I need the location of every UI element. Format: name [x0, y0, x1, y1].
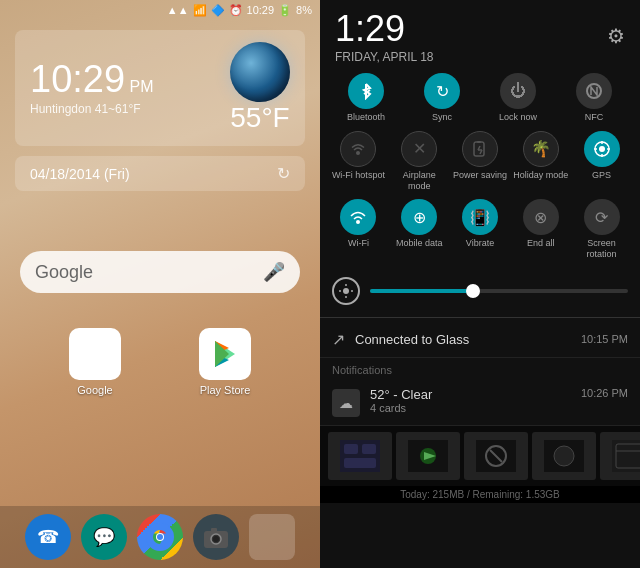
notification-header: 1:29 FRIDAY, APRIL 18 ⚙ [320, 0, 640, 68]
planet-image [230, 42, 290, 102]
mic-icon[interactable]: 🎤 [263, 261, 285, 283]
toggle-wifi[interactable]: Wi-Fi [330, 199, 386, 260]
thumbnail-2[interactable] [396, 432, 460, 480]
date-text: 04/18/2014 (Fri) [30, 166, 130, 182]
wifi-hotspot-label: Wi-Fi hotspot [332, 170, 385, 181]
alarm-icon: ⏰ [229, 4, 243, 17]
storage-info: Today: 215MB / Remaining: 1.53GB [320, 486, 640, 503]
powersaving-icon [462, 131, 498, 167]
toggle-row-1: Bluetooth ↻ Sync ⏻ Lock now NFC [328, 73, 632, 123]
locknow-icon: ⏻ [500, 73, 536, 109]
thumbnail-4[interactable] [532, 432, 596, 480]
airplane-icon: ✕ [401, 131, 437, 167]
toggle-holiday[interactable]: 🌴 Holiday mode [513, 131, 569, 192]
screenrotation-label: Screen rotation [574, 238, 630, 260]
bluetooth-icon [348, 73, 384, 109]
brightness-thumb [466, 284, 480, 298]
mobiledata-label: Mobile data [396, 238, 443, 249]
mobiledata-icon: ⊕ [401, 199, 437, 235]
connection-notification: ↗ Connected to Glass 10:15 PM [320, 322, 640, 358]
dock-apps[interactable] [249, 514, 295, 560]
svg-rect-28 [344, 444, 358, 454]
toggle-screenrotation[interactable]: ⟳ Screen rotation [574, 199, 630, 260]
notifications-label: Notifications [320, 358, 640, 379]
notification-weather[interactable]: ☁ 52° - Clear 4 cards 10:26 PM [320, 379, 640, 426]
toggle-locknow[interactable]: ⏻ Lock now [490, 73, 546, 123]
toggle-bluetooth[interactable]: Bluetooth [338, 73, 394, 123]
gps-icon [584, 131, 620, 167]
dock-bar: ☎ 💬 [0, 506, 320, 568]
dock-phone[interactable]: ☎ [25, 514, 71, 560]
wifi-icon [340, 199, 376, 235]
signal-icon: ▲▲ [167, 4, 189, 16]
dock-chrome[interactable] [137, 514, 183, 560]
toggle-nfc[interactable]: NFC [566, 73, 622, 123]
toggle-endall[interactable]: ⊗ End all [513, 199, 569, 260]
playstore-label: Play Store [200, 384, 251, 396]
sync-icon: ↻ [424, 73, 460, 109]
notif-date: FRIDAY, APRIL 18 [335, 50, 434, 64]
toggle-gps[interactable]: GPS [574, 131, 630, 192]
svg-point-15 [599, 146, 605, 152]
brightness-row [320, 273, 640, 313]
temperature: 55°F [230, 102, 289, 134]
google-icon-box [69, 328, 121, 380]
playstore-icon-box [199, 328, 251, 380]
quick-toggles: Bluetooth ↻ Sync ⏻ Lock now NFC [320, 68, 640, 273]
svg-point-9 [356, 151, 360, 155]
svg-point-3 [157, 534, 163, 540]
vibrate-label: Vibrate [466, 238, 494, 249]
left-panel: ▲▲ 📶 🔷 ⏰ 10:29 🔋 8% 10:29 PM Huntingdon … [0, 0, 320, 568]
conn-arrow-icon: ↗ [332, 330, 345, 349]
toggle-row-3: Wi-Fi ⊕ Mobile data 📳 Vibrate ⊗ End all … [328, 199, 632, 260]
toggle-powersaving[interactable]: Power saving [452, 131, 508, 192]
wifi-hotspot-icon [340, 131, 376, 167]
thumbnail-1[interactable] [328, 432, 392, 480]
svg-rect-7 [211, 528, 217, 532]
dock-hangouts[interactable]: 💬 [81, 514, 127, 560]
app-icons-row: Google Play Store [0, 308, 320, 416]
gps-label: GPS [592, 170, 611, 181]
weather-notif-time: 10:26 PM [581, 387, 628, 399]
settings-gear-icon[interactable]: ⚙ [607, 24, 625, 48]
divider-1 [320, 317, 640, 318]
thumbnail-row [320, 426, 640, 486]
bt-icon: 🔷 [211, 4, 225, 17]
thumbnail-3[interactable] [464, 432, 528, 480]
locknow-label: Lock now [499, 112, 537, 123]
airplane-label: Airplane mode [391, 170, 447, 192]
connection-text: Connected to Glass [355, 332, 571, 347]
weather-right: 55°F [230, 42, 290, 134]
search-bar[interactable]: Google 🎤 [20, 251, 300, 293]
google-app-icon[interactable]: Google [69, 328, 121, 396]
weather-widget: 10:29 PM Huntingdon 41~61°F 55°F [15, 30, 305, 146]
left-time: 10:29 [247, 4, 275, 16]
dock-camera[interactable] [193, 514, 239, 560]
toggle-wifi-hotspot[interactable]: Wi-Fi hotspot [330, 131, 386, 192]
google-label: Google [77, 384, 112, 396]
brightness-slider[interactable] [370, 289, 628, 293]
notif-time: 1:29 [335, 8, 434, 50]
brightness-icon [332, 277, 360, 305]
weather-notif-title: 52° - Clear [370, 387, 571, 402]
nfc-label: NFC [585, 112, 604, 123]
toggle-sync[interactable]: ↻ Sync [414, 73, 470, 123]
weather-time: 10:29 PM [30, 60, 154, 98]
connection-time: 10:15 PM [581, 333, 628, 345]
svg-rect-11 [477, 141, 481, 143]
svg-point-21 [356, 220, 360, 224]
right-panel: 1:29 FRIDAY, APRIL 18 ⚙ Bluetooth ↻ Sync [320, 0, 640, 568]
screenrotation-icon: ⟳ [584, 199, 620, 235]
thumbnail-5[interactable] [600, 432, 640, 480]
toggle-vibrate[interactable]: 📳 Vibrate [452, 199, 508, 260]
toggle-mobiledata[interactable]: ⊕ Mobile data [391, 199, 447, 260]
svg-point-22 [343, 288, 349, 294]
header-left: 1:29 FRIDAY, APRIL 18 [335, 8, 434, 64]
toggle-airplane[interactable]: ✕ Airplane mode [391, 131, 447, 192]
playstore-app-icon[interactable]: Play Store [199, 328, 251, 396]
weather-location: Huntingdon 41~61°F [30, 102, 154, 116]
svg-point-38 [554, 446, 574, 466]
brightness-fill [370, 289, 473, 293]
svg-point-6 [213, 536, 219, 542]
refresh-icon[interactable]: ↻ [277, 164, 290, 183]
